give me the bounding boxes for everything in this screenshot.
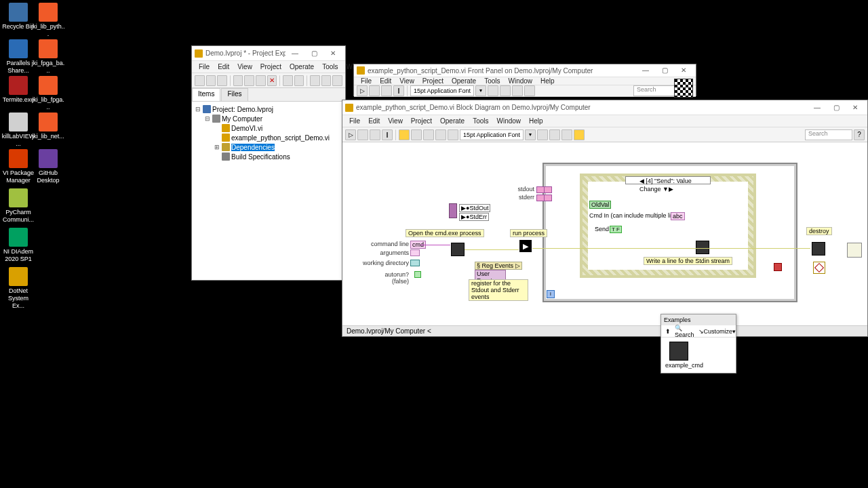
close-button[interactable]: ✕ [846,102,865,114]
node-close-ref[interactable] [813,262,825,274]
desktop-icon[interactable]: killLabVIEW... [1,113,35,148]
block-diagram-canvas[interactable]: command line cmd arguments working direc… [342,142,867,325]
cut-icon[interactable] [233,75,243,86]
menu-tools[interactable]: Tools [318,63,342,70]
tree-project-root[interactable]: ⊟Project: Demo.lvproj [195,104,342,114]
step-over-icon[interactable] [435,129,446,140]
menu-tools[interactable]: Tools [480,77,504,85]
desktop-icon[interactable]: jki_lib_net... [31,113,65,140]
menu-edit[interactable]: Edit [364,117,384,125]
project-explorer-window[interactable]: Demo.lvproj * - Project Explorer — ▢ ✕ F… [191,45,346,281]
tree-dependencies[interactable]: ⊞Dependencies [195,142,342,152]
run-cont-icon[interactable] [357,129,368,140]
desktop-icon[interactable]: Recycle Bin [1,3,35,30]
desktop-icon[interactable]: NI DIAdem 2020 SP1 [1,228,35,263]
open-icon[interactable] [195,75,205,86]
bd-titlebar[interactable]: example_python_script_Demo.vi Block Diag… [342,100,867,115]
menu-window[interactable]: Window [492,117,525,125]
desktop-icon[interactable]: DotNet System Ex... [1,267,35,310]
run-icon[interactable]: ▷ [345,129,356,140]
minimize-button[interactable]: — [808,102,827,114]
minimize-button[interactable]: — [636,64,655,77]
toolbar-icon[interactable] [332,75,342,86]
font-dropdown-icon[interactable]: ▼ [475,85,486,96]
node-oldval[interactable]: OldVal [589,201,611,209]
const-autorun[interactable] [414,271,421,278]
menu-help[interactable]: Help [536,77,559,85]
menu-file[interactable]: File [345,117,364,125]
desktop-icon[interactable]: Parallels Share... [1,39,35,75]
node-run-arrow[interactable]: ▶ [519,240,532,252]
menu-file[interactable]: File [357,77,376,85]
pe-toolbar[interactable]: ✕ [192,73,345,88]
menu-window[interactable]: Window [504,77,536,85]
pause-icon[interactable]: ‖ [393,85,404,96]
fp-menubar[interactable]: FileEditViewProjectOperateToolsWindowHel… [354,77,696,85]
project-tree[interactable]: ⊟Project: Demo.lvproj ⊟My Computer DemoV… [192,102,345,280]
event-case-selector[interactable]: ◀ [4] "Send": Value Change ▼▶ [625,176,711,184]
tunnel-stdout-inner[interactable] [544,186,552,193]
tree-my-computer[interactable]: ⊟My Computer [195,114,342,123]
menu-view[interactable]: View [395,77,418,85]
stop-terminal[interactable] [774,263,782,271]
run-cont-icon[interactable] [369,85,380,96]
font-selector[interactable]: 15pt Application Font [410,85,474,96]
menu-project[interactable]: Project [256,63,285,70]
palette-customize[interactable]: ↘Customize▾ [698,328,736,335]
reorder-icon[interactable] [524,85,535,96]
desktop-icon[interactable]: jki_fpga_ba... [31,39,65,75]
menu-project[interactable]: Project [418,77,448,85]
font-dropdown-icon[interactable]: ▼ [525,129,536,140]
menu-edit[interactable]: Edit [376,77,395,85]
block-diagram-window[interactable]: example_python_script_Demo.vi Block Diag… [342,100,868,337]
paste-icon[interactable] [256,75,266,86]
menu-operate[interactable]: Operate [436,117,469,125]
desktop-icon[interactable]: PyCharm Communi... [1,188,35,224]
tree-demovi[interactable]: DemoVI.vi [195,123,342,133]
menu-edit[interactable]: Edit [214,63,233,70]
toolbar-icon[interactable] [294,75,304,86]
desktop-icon[interactable]: jki_lib_pyth... [31,3,65,38]
node-write-stdin[interactable] [696,241,709,254]
examples-palette[interactable]: Examples ⬆ 🔍Search ↘Customize▾ example_c… [660,314,736,373]
menu-project[interactable]: Project [407,117,436,125]
pe-menubar[interactable]: FileEditViewProjectOperateToolsWindowHel… [192,61,345,73]
toolbar-icon[interactable] [310,75,320,86]
tree-build-specs[interactable]: Build Specifications [195,152,342,161]
pe-titlebar[interactable]: Demo.lvproj * - Project Explorer — ▢ ✕ [192,46,345,61]
maximize-button[interactable]: ▢ [304,47,323,60]
node-error-handler[interactable] [847,243,862,258]
const-wd[interactable] [410,260,420,266]
close-button[interactable]: ✕ [674,64,693,77]
step-into-icon[interactable] [423,129,434,140]
menu-file[interactable]: File [195,63,214,70]
control-cmdin[interactable]: abc [671,212,685,220]
help-icon[interactable]: ? [854,129,865,140]
front-panel-window[interactable]: example_python_script_Demo.vi Front Pane… [353,64,696,96]
fp-toolbar[interactable]: ▷ ‖ 15pt Application Font ▼ Search ? [354,85,696,97]
abort-icon[interactable] [381,85,392,96]
node-open-process[interactable] [451,243,465,256]
highlight-icon[interactable] [399,129,410,140]
fp-titlebar[interactable]: example_python_script_Demo.vi Front Pane… [354,64,696,77]
node-reg-events[interactable]: § Reg Events ▷ [475,262,522,270]
close-button[interactable]: ✕ [323,47,342,60]
save-icon[interactable] [206,75,216,86]
tab-files[interactable]: Files [221,88,248,101]
maximize-button[interactable]: ▢ [655,64,674,77]
vi-icon-grid[interactable] [674,79,693,98]
palette-item-example-cmd[interactable]: example_cmd [665,342,692,369]
desktop-icon[interactable]: GitHub Desktop [31,149,65,184]
tunnel-stderr-inner[interactable] [544,195,552,201]
maximize-button[interactable]: ▢ [827,102,846,114]
align-icon[interactable] [488,85,498,96]
palette-search[interactable]: 🔍Search [675,325,694,338]
resize-icon[interactable] [512,85,523,96]
minimize-button[interactable]: — [285,47,304,60]
abort-icon[interactable] [370,129,380,140]
step-out-icon[interactable] [448,129,458,140]
save-all-icon[interactable] [217,75,227,86]
menu-tools[interactable]: Tools [469,117,492,125]
bd-search[interactable]: Search [805,129,852,140]
const-args[interactable] [410,249,420,256]
